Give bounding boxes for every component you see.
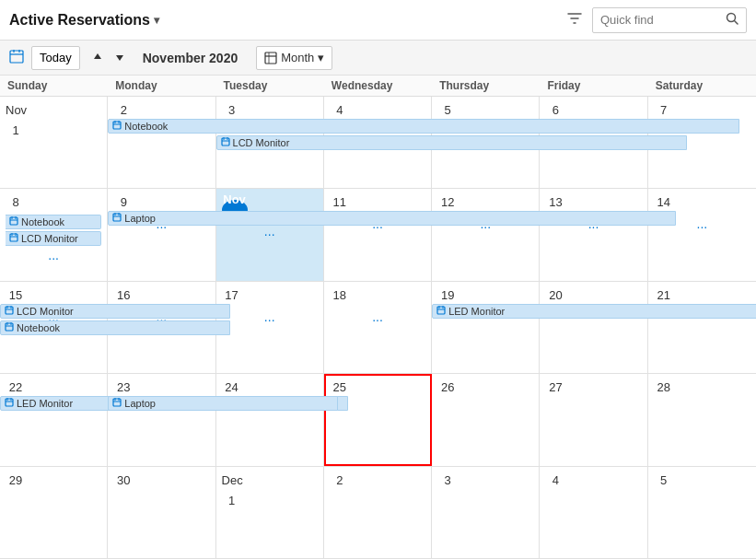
event-bar[interactable]: Laptop bbox=[108, 211, 675, 226]
svg-rect-37 bbox=[437, 307, 445, 314]
day-headers: Sunday Monday Tuesday Wednesday Thursday… bbox=[0, 76, 756, 97]
svg-rect-9 bbox=[113, 122, 121, 129]
day-header-fri: Friday bbox=[540, 76, 647, 96]
event-icon bbox=[5, 322, 14, 333]
event-bar[interactable]: Notebook bbox=[0, 320, 230, 335]
cal-cell-w1-d4[interactable]: 12... bbox=[432, 189, 540, 280]
svg-line-1 bbox=[735, 21, 739, 25]
event-bar[interactable]: LCD Monitor bbox=[216, 135, 688, 150]
cal-cell-w4-d6[interactable]: 5 bbox=[648, 467, 756, 558]
event-label: LCD Monitor bbox=[17, 306, 74, 317]
day-num: 25 bbox=[330, 378, 350, 398]
filter-icon[interactable] bbox=[566, 10, 583, 30]
search-box bbox=[592, 7, 747, 33]
cal-cell-w0-d1[interactable]: 2Notebook bbox=[108, 97, 215, 188]
event-icon bbox=[112, 213, 122, 224]
calendar-week-0: Nov 12Notebook3LCD Monitor4567 bbox=[0, 97, 756, 189]
cal-cell-w4-d4[interactable]: 3 bbox=[432, 467, 540, 558]
cal-cell-w3-d1[interactable]: 23Laptop bbox=[108, 374, 215, 465]
day-num: 6 bbox=[545, 100, 565, 121]
event-label: Laptop bbox=[124, 398, 156, 409]
cal-cell-w3-d2[interactable]: 24 bbox=[216, 374, 324, 465]
cal-cell-w1-d6[interactable]: 14... bbox=[648, 189, 756, 280]
more-events[interactable]: ... bbox=[222, 309, 318, 324]
cal-cell-w0-d0[interactable]: Nov 1 bbox=[0, 97, 108, 188]
event-bar[interactable]: LCD Monitor bbox=[6, 231, 101, 246]
event-label: LED Monitor bbox=[448, 306, 505, 317]
event-bar[interactable]: Laptop bbox=[108, 396, 338, 411]
cal-cell-w0-d2[interactable]: 3LCD Monitor bbox=[216, 97, 324, 188]
search-icon bbox=[726, 12, 739, 28]
svg-rect-25 bbox=[113, 214, 121, 221]
day-num: 12 bbox=[437, 192, 458, 213]
cal-cell-w4-d1[interactable]: 30 bbox=[108, 467, 215, 558]
cal-cell-w2-d5[interactable]: 20 bbox=[540, 282, 647, 373]
cal-cell-w3-d5[interactable]: 27 bbox=[540, 374, 647, 465]
svg-rect-33 bbox=[6, 323, 13, 331]
search-input[interactable] bbox=[600, 13, 720, 27]
event-icon bbox=[436, 306, 446, 317]
svg-rect-45 bbox=[113, 399, 121, 406]
cal-cell-w3-d6[interactable]: 28 bbox=[648, 374, 756, 465]
day-header-sun: Sunday bbox=[0, 76, 108, 96]
day-num: 21 bbox=[654, 285, 674, 306]
svg-rect-6 bbox=[265, 52, 276, 64]
day-num: 2 bbox=[113, 100, 134, 121]
event-bar[interactable]: Notebook bbox=[108, 119, 739, 134]
cal-cell-w4-d5[interactable]: 4 bbox=[540, 467, 647, 558]
cal-cell-w2-d2[interactable]: 17... bbox=[216, 282, 324, 373]
event-bar[interactable]: LCD Monitor bbox=[0, 304, 230, 319]
day-num: 17 bbox=[222, 285, 242, 306]
calendar-view: Sunday Monday Tuesday Wednesday Thursday… bbox=[0, 76, 756, 559]
cal-cell-w2-d6[interactable]: 21 bbox=[648, 282, 756, 373]
day-num: 7 bbox=[654, 100, 674, 121]
event-icon bbox=[112, 398, 122, 409]
day-num: 18 bbox=[330, 285, 350, 306]
cal-cell-w1-d2[interactable]: Nov 10... bbox=[216, 189, 324, 280]
cal-cell-w4-d3[interactable]: 2 bbox=[324, 467, 432, 558]
more-events[interactable]: ... bbox=[330, 309, 425, 324]
day-num: 22 bbox=[6, 378, 26, 398]
event-bar[interactable]: LED Monitor bbox=[432, 304, 756, 319]
day-num: 11 bbox=[330, 192, 350, 213]
day-num: 13 bbox=[545, 192, 565, 213]
calendar-week-2: 15LCD MonitorNotebook...16...17...18...1… bbox=[0, 282, 756, 374]
day-num: 4 bbox=[330, 100, 350, 121]
cal-cell-w3-d0[interactable]: 22LED Monitor bbox=[0, 374, 108, 465]
cal-cell-w2-d3[interactable]: 18... bbox=[324, 282, 432, 373]
svg-rect-21 bbox=[10, 234, 17, 241]
calendar-week-3: 22LED Monitor23Laptop2425262728 bbox=[0, 374, 756, 466]
day-num: 14 bbox=[654, 192, 674, 213]
more-events[interactable]: ... bbox=[6, 248, 101, 262]
cal-cell-w4-d2[interactable]: Dec 1 bbox=[216, 467, 324, 558]
nav-down-button[interactable] bbox=[110, 49, 130, 67]
view-selector[interactable]: Month ▾ bbox=[256, 46, 332, 70]
cal-cell-w3-d3[interactable]: 25 bbox=[324, 374, 432, 465]
page-title: Active Reservations ▾ bbox=[9, 12, 159, 29]
nav-arrows bbox=[87, 49, 130, 67]
event-bar[interactable]: Notebook bbox=[6, 215, 101, 229]
cal-cell-w2-d0[interactable]: 15LCD MonitorNotebook... bbox=[0, 282, 108, 373]
nav-up-button[interactable] bbox=[87, 49, 108, 67]
cal-cell-w3-d4[interactable]: 26 bbox=[432, 374, 540, 465]
view-label: Month bbox=[281, 51, 314, 64]
day-header-mon: Monday bbox=[108, 76, 215, 96]
day-num: 28 bbox=[654, 378, 674, 398]
calendar-toolbar: Today November 2020 Month ▾ bbox=[0, 41, 756, 76]
title-chevron[interactable]: ▾ bbox=[154, 14, 159, 27]
cal-cell-w4-d0[interactable]: 29 bbox=[0, 467, 108, 558]
cal-cell-w1-d3[interactable]: 11... bbox=[324, 189, 432, 280]
cal-cell-w1-d1[interactable]: 9Laptop... bbox=[108, 189, 215, 280]
event-label: LCD Monitor bbox=[21, 233, 78, 244]
calendar-week-1: 8NotebookLCD Monitor...9Laptop...Nov 10.… bbox=[0, 189, 756, 281]
day-num: 2 bbox=[330, 471, 350, 491]
svg-rect-17 bbox=[10, 217, 17, 225]
calendar-small-icon bbox=[9, 49, 24, 66]
cal-cell-w1-d0[interactable]: 8NotebookLCD Monitor... bbox=[0, 189, 108, 280]
day-num: 23 bbox=[113, 378, 134, 398]
cal-cell-w2-d4[interactable]: 19LED Monitor bbox=[432, 282, 540, 373]
cal-cell-w1-d5[interactable]: 13... bbox=[540, 189, 647, 280]
today-button[interactable]: Today bbox=[31, 46, 80, 70]
svg-rect-29 bbox=[6, 307, 13, 314]
day-num: 16 bbox=[113, 285, 134, 306]
